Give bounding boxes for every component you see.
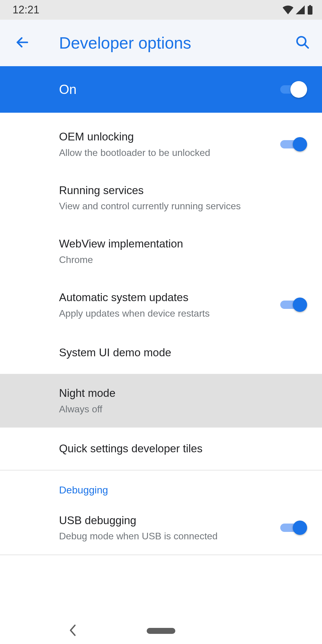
app-bar: Developer options: [0, 20, 322, 66]
row-title: USB debugging: [59, 513, 274, 528]
row-title: Automatic system updates: [59, 290, 274, 305]
row-webview-implementation[interactable]: WebView implementation Chrome: [0, 225, 322, 278]
row-subtitle: Apply updates when device restarts: [59, 307, 274, 320]
developer-options-master-toggle-row[interactable]: On: [0, 66, 322, 113]
row-oem-unlocking[interactable]: OEM unlocking Allow the bootloader to be…: [0, 113, 322, 171]
automatic-updates-switch[interactable]: [280, 296, 307, 313]
row-title: WebView implementation: [59, 236, 301, 251]
battery-icon: [307, 5, 313, 15]
row-usb-debugging[interactable]: USB debugging Debug mode when USB is con…: [0, 501, 322, 555]
svg-line-4: [304, 44, 308, 48]
row-title: System UI demo mode: [59, 345, 301, 360]
search-icon: [295, 35, 310, 51]
wifi-icon: [283, 5, 293, 14]
oem-unlocking-switch[interactable]: [280, 136, 307, 153]
page-title: Developer options: [36, 33, 292, 52]
row-title: OEM unlocking: [59, 129, 274, 144]
navigation-bar: [0, 618, 322, 644]
row-automatic-system-updates[interactable]: Automatic system updates Apply updates w…: [0, 278, 322, 332]
status-icons: [283, 5, 313, 15]
row-system-ui-demo-mode[interactable]: System UI demo mode: [0, 332, 322, 374]
row-subtitle: Chrome: [59, 254, 301, 266]
status-time: 12:21: [13, 4, 39, 16]
row-title: Quick settings developer tiles: [59, 441, 301, 456]
nav-back-button[interactable]: [69, 624, 78, 638]
master-toggle-switch[interactable]: [280, 81, 307, 98]
row-subtitle: View and control currently running servi…: [59, 200, 301, 213]
master-toggle-label: On: [59, 82, 280, 97]
svg-rect-0: [308, 6, 312, 15]
usb-debugging-switch[interactable]: [280, 519, 307, 536]
status-bar: 12:21: [0, 0, 322, 20]
row-subtitle: Debug mode when USB is connected: [59, 530, 274, 543]
divider: [0, 555, 322, 555]
nav-home-pill[interactable]: [147, 628, 175, 634]
row-subtitle: Allow the bootloader to be unlocked: [59, 147, 274, 159]
row-title: Night mode: [59, 386, 301, 401]
arrow-left-icon: [15, 35, 30, 51]
section-header-debugging: Debugging: [0, 470, 322, 501]
row-title: Running services: [59, 183, 301, 198]
row-quick-settings-developer-tiles[interactable]: Quick settings developer tiles: [0, 428, 322, 470]
search-button[interactable]: [292, 35, 310, 51]
row-subtitle: Always off: [59, 403, 301, 416]
row-running-services[interactable]: Running services View and control curren…: [0, 171, 322, 225]
cell-signal-icon: [296, 5, 305, 14]
back-button[interactable]: [15, 35, 36, 51]
chevron-left-icon: [69, 632, 78, 637]
row-night-mode[interactable]: Night mode Always off: [0, 374, 322, 428]
svg-rect-1: [309, 5, 311, 7]
